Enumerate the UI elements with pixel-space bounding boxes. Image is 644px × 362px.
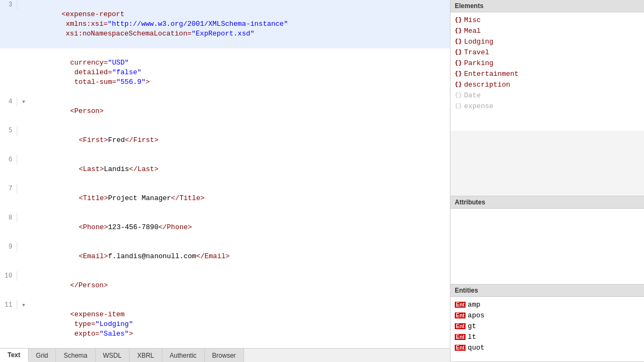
tab-xbrl[interactable]: XBRL xyxy=(130,349,162,362)
line-10[interactable]: 10 </Person> xyxy=(0,271,450,300)
element-date[interactable]: {} Date xyxy=(450,90,644,101)
attributes-content xyxy=(450,209,644,284)
line-3b: currency="USD" detailed="false" total-su… xyxy=(0,48,450,97)
tab-schema[interactable]: Schema xyxy=(56,349,95,362)
entities-section: Entities Ent amp Ent apos Ent gt Ent lt … xyxy=(450,285,644,362)
element-travel[interactable]: {} Travel xyxy=(450,47,644,58)
attributes-section: Attributes xyxy=(450,196,644,285)
elements-section: Elements {} Misc {} Meal {} Lodging {} T… xyxy=(450,0,644,196)
attributes-header: Attributes xyxy=(450,196,644,209)
line-7[interactable]: 7 <Title>Project Manager</Title> xyxy=(0,184,450,213)
elements-content: {} Misc {} Meal {} Lodging {} Travel {} … xyxy=(450,12,644,131)
tab-wsdl[interactable]: WSDL xyxy=(96,349,130,362)
elements-header: Elements xyxy=(450,0,644,12)
right-panel: Elements {} Misc {} Meal {} Lodging {} T… xyxy=(450,0,644,362)
line-9[interactable]: 9 <Email>f.landis@nanonull.com</Email> xyxy=(0,242,450,271)
element-misc[interactable]: {} Misc xyxy=(450,15,644,25)
tab-browser[interactable]: Browser xyxy=(205,349,244,362)
tab-bar: Text Grid Schema WSDL XBRL Authentic Bro… xyxy=(0,348,450,362)
element-lodging[interactable]: {} Lodging xyxy=(450,36,644,47)
tab-text[interactable]: Text xyxy=(0,349,28,362)
line-5[interactable]: 5 <First>Fred</First> xyxy=(0,126,450,155)
tab-grid[interactable]: Grid xyxy=(28,349,56,362)
element-expense[interactable]: {} expense xyxy=(450,101,644,111)
element-entertainment[interactable]: {} Entertainment xyxy=(450,68,644,79)
element-parking[interactable]: {} Parking xyxy=(450,58,644,68)
editor-area: 3 <expense-report xmlns:xsi="http://www.… xyxy=(0,0,450,362)
line-3[interactable]: 3 <expense-report xmlns:xsi="http://www.… xyxy=(0,0,450,48)
element-meal[interactable]: {} Meal xyxy=(450,25,644,36)
entity-quot[interactable]: Ent quot xyxy=(450,342,644,353)
entities-content: Ent amp Ent apos Ent gt Ent lt Ent quot xyxy=(450,297,644,361)
entity-lt[interactable]: Ent lt xyxy=(450,331,644,342)
tab-authentic[interactable]: Authentic xyxy=(162,349,205,362)
line-6[interactable]: 6 <Last>Landis</Last> xyxy=(0,155,450,184)
line-11[interactable]: 11 ▼ <expense-item type="Lodging" expto=… xyxy=(0,300,450,348)
line-8[interactable]: 8 <Phone>123-456-7890</Phone> xyxy=(0,213,450,242)
entity-gt[interactable]: Ent gt xyxy=(450,321,644,331)
code-view[interactable]: 3 <expense-report xmlns:xsi="http://www.… xyxy=(0,0,450,348)
line-4[interactable]: 4 ▼ <Person> xyxy=(0,97,450,126)
element-description[interactable]: {} description xyxy=(450,79,644,90)
entity-amp[interactable]: Ent amp xyxy=(450,299,644,310)
entity-apos[interactable]: Ent apos xyxy=(450,310,644,321)
entities-header: Entities xyxy=(450,285,644,297)
